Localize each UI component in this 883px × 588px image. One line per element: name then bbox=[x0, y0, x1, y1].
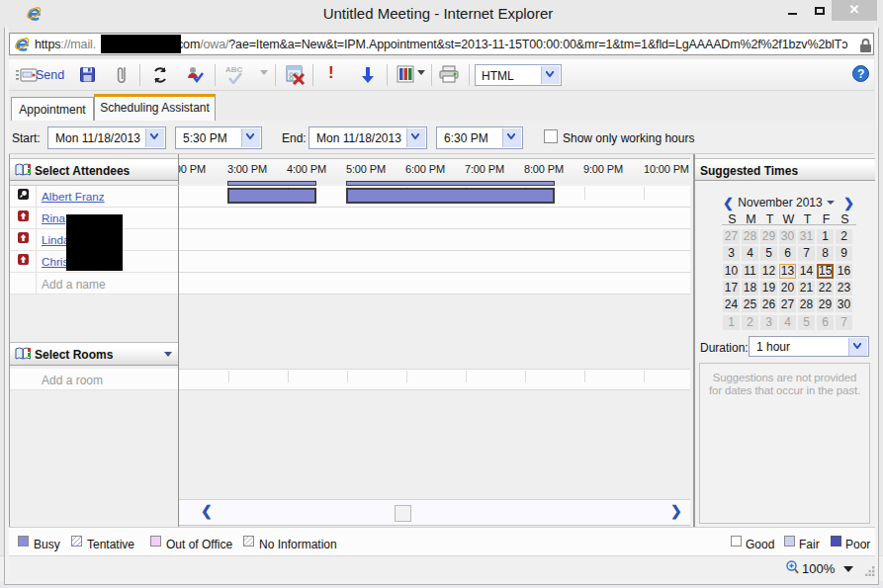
svg-text:?: ? bbox=[857, 67, 864, 81]
